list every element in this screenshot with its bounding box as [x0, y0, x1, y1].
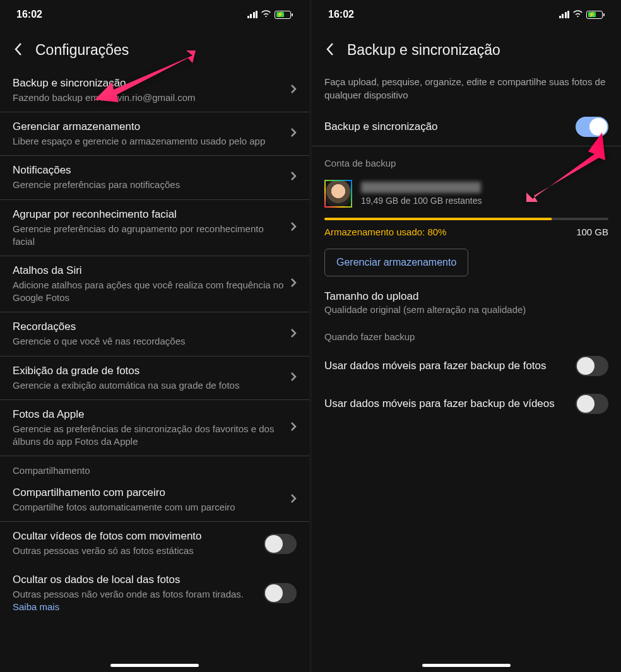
section-header-account: Conta de backup — [312, 146, 621, 171]
home-indicator[interactable] — [422, 664, 511, 667]
chevron-right-icon — [290, 372, 297, 384]
header: Backup e sincronização — [312, 24, 621, 69]
section-header-when: Quando fazer backup — [312, 319, 621, 347]
row-title: Backup e sincronização — [13, 76, 284, 91]
section-header-sharing: Compartilhamento — [0, 456, 309, 478]
chevron-right-icon — [290, 84, 297, 97]
header: Configurações — [0, 24, 309, 69]
toggle-mobile-videos[interactable] — [576, 394, 608, 414]
row-subtitle: Fazendo backup em marvin.rio@gmail.com — [13, 91, 284, 104]
row-title: Ocultar vídeos de fotos com movimento — [13, 529, 257, 544]
row-title: Exibição da grade de fotos — [13, 364, 284, 379]
toggle-hide-motion[interactable] — [264, 534, 297, 554]
status-icons: ⚡ — [559, 9, 605, 20]
wifi-icon — [572, 9, 583, 20]
row-face-grouping[interactable]: Agrupar por reconhecimento facial Gerenc… — [0, 200, 309, 256]
chevron-right-icon — [290, 221, 297, 234]
right-screenshot: 16:02 ⚡ Backup e sincronização Faça uplo… — [312, 0, 621, 672]
chevron-right-icon — [290, 278, 297, 290]
row-title: Recordações — [13, 320, 284, 334]
row-title: Gerenciar armazenamento — [13, 120, 284, 134]
left-screenshot: 16:02 ⚡ Configurações Backup e sincroniz… — [0, 0, 309, 672]
account-storage-remaining: 19,49 GB de 100 GB restantes — [361, 196, 608, 206]
row-mobile-data-photos: Usar dados móveis para fazer backup de f… — [312, 347, 621, 385]
row-subtitle: Gerencie preferências para notificações — [13, 179, 284, 191]
row-subtitle: Qualidade original (sem alteração na qua… — [324, 304, 608, 315]
storage-total-label: 100 GB — [576, 227, 608, 237]
account-name-redacted — [361, 182, 481, 193]
row-subtitle: Gerencie as preferências de sincronizaçã… — [13, 423, 284, 449]
toggle-backup-sync[interactable] — [576, 117, 608, 137]
row-title: Agrupar por reconhecimento facial — [13, 208, 284, 222]
chevron-right-icon — [290, 421, 297, 434]
home-indicator[interactable] — [110, 664, 199, 667]
row-manage-storage[interactable]: Gerenciar armazenamento Libere espaço e … — [0, 112, 309, 156]
battery-icon: ⚡ — [586, 11, 605, 19]
toggle-label: Backup e sincronização — [324, 120, 438, 134]
battery-icon: ⚡ — [275, 11, 293, 19]
row-title: Tamanho do upload — [324, 290, 608, 303]
wifi-icon — [261, 9, 271, 20]
row-subtitle: Gerencie o que você vê nas recordações — [13, 335, 284, 348]
row-backup-sync-toggle: Backup e sincronização — [312, 110, 621, 146]
status-icons: ⚡ — [247, 9, 293, 20]
avatar — [324, 180, 352, 208]
chevron-right-icon — [290, 493, 297, 506]
row-apple-photos[interactable]: Fotos da Apple Gerencie as preferências … — [0, 400, 309, 456]
chevron-right-icon — [290, 127, 297, 140]
option-label: Usar dados móveis para fazer backup de v… — [324, 398, 555, 410]
storage-used-label: Armazenamento usado: 80% — [324, 227, 446, 237]
row-backup-sync[interactable]: Backup e sincronização Fazendo backup em… — [0, 69, 309, 112]
row-subtitle: Outras pessoas verão só as fotos estátic… — [13, 545, 257, 557]
row-hide-motion-video: Ocultar vídeos de fotos com movimento Ou… — [0, 522, 309, 565]
row-mobile-data-videos: Usar dados móveis para fazer backup de v… — [312, 385, 621, 423]
storage-meter: Armazenamento usado: 80% 100 GB — [312, 213, 621, 237]
row-grid-layout[interactable]: Exibição da grade de fotos Gerencie a ex… — [0, 357, 309, 400]
row-hide-location: Ocultar os dados de local das fotos Outr… — [0, 565, 309, 621]
row-title: Atalhos da Siri — [13, 264, 284, 278]
row-partner-sharing[interactable]: Compartilhamento com parceiro Compartilh… — [0, 478, 309, 522]
status-time: 16:02 — [328, 9, 354, 20]
settings-list: Backup e sincronização Fazendo backup em… — [0, 69, 309, 621]
row-subtitle: Gerencie a exibição automática na sua gr… — [13, 379, 284, 392]
row-subtitle: Outras pessoas não verão onde as fotos f… — [13, 588, 257, 614]
back-button[interactable] — [326, 42, 334, 59]
row-upload-size[interactable]: Tamanho do upload Qualidade original (se… — [312, 280, 621, 319]
page-title: Backup e sincronização — [347, 42, 500, 59]
learn-more-link[interactable]: Saiba mais — [13, 601, 59, 612]
row-title: Ocultar os dados de local das fotos — [13, 573, 257, 587]
cellular-icon — [247, 11, 258, 18]
row-subtitle: Adicione atalhos para ações que você rea… — [13, 279, 284, 305]
option-label: Usar dados móveis para fazer backup de f… — [324, 360, 547, 372]
chevron-right-icon — [290, 328, 297, 341]
status-bar: 16:02 ⚡ — [312, 0, 621, 24]
toggle-mobile-photos[interactable] — [576, 356, 608, 376]
row-title: Notificações — [13, 163, 284, 178]
row-notifications[interactable]: Notificações Gerencie preferências para … — [0, 156, 309, 199]
back-button[interactable] — [14, 42, 23, 59]
cellular-icon — [559, 11, 570, 18]
row-subtitle: Compartilhe fotos automaticamente com um… — [13, 501, 284, 514]
row-title: Compartilhamento com parceiro — [13, 486, 284, 500]
page-title: Configurações — [35, 42, 129, 59]
account-row[interactable]: 19,49 GB de 100 GB restantes — [312, 171, 621, 213]
row-title: Fotos da Apple — [13, 408, 284, 422]
storage-bar-fill — [324, 218, 552, 220]
row-subtitle: Libere espaço e gerencie o armazenamento… — [13, 135, 284, 148]
manage-storage-button[interactable]: Gerenciar armazenamento — [324, 249, 468, 276]
row-memories[interactable]: Recordações Gerencie o que você vê nas r… — [0, 312, 309, 356]
toggle-hide-location[interactable] — [264, 583, 297, 603]
chevron-right-icon — [290, 171, 297, 184]
row-siri-shortcuts[interactable]: Atalhos da Siri Adicione atalhos para aç… — [0, 256, 309, 312]
status-time: 16:02 — [16, 9, 42, 20]
row-subtitle: Gerencie preferências do agrupamento por… — [13, 223, 284, 249]
status-bar: 16:02 ⚡ — [0, 0, 309, 24]
page-description: Faça upload, pesquise, organize, edite e… — [312, 69, 621, 110]
